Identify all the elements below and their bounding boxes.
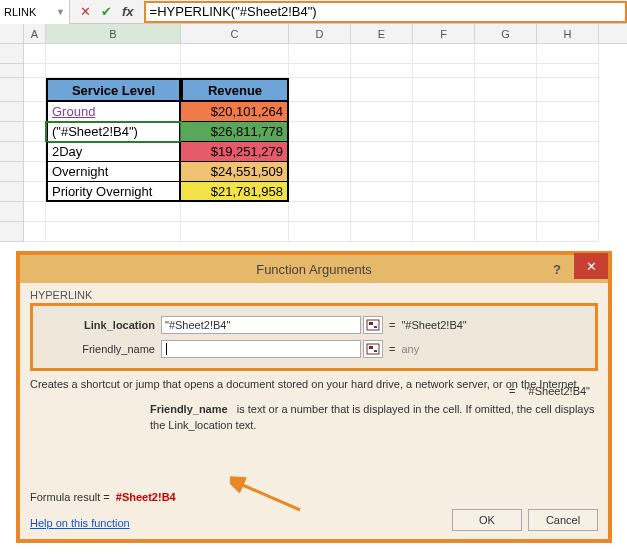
cell[interactable]	[24, 78, 46, 102]
hyperlink-text[interactable]: Ground	[52, 104, 95, 119]
cell[interactable]	[351, 122, 413, 142]
cell[interactable]	[537, 78, 599, 102]
dialog-help-button[interactable]: ?	[542, 256, 572, 282]
cell[interactable]	[475, 202, 537, 222]
help-link[interactable]: Help on this function	[30, 517, 130, 529]
select-all-corner[interactable]	[0, 24, 24, 43]
cell[interactable]	[351, 162, 413, 182]
enter-icon[interactable]: ✔	[101, 4, 112, 19]
ok-button[interactable]: OK	[452, 509, 522, 531]
row-header[interactable]	[0, 202, 24, 222]
cell[interactable]	[475, 142, 537, 162]
table-cell-service[interactable]: 2Day	[46, 142, 181, 162]
cell[interactable]	[24, 142, 46, 162]
cell[interactable]	[475, 44, 537, 64]
arg-input-link-location[interactable]: "#Sheet2!B4"	[161, 316, 361, 334]
cell[interactable]	[413, 162, 475, 182]
table-header-service[interactable]: Service Level	[46, 78, 181, 102]
cancel-button[interactable]: Cancel	[528, 509, 598, 531]
cell[interactable]	[537, 222, 599, 242]
table-header-revenue[interactable]: Revenue	[181, 78, 289, 102]
cell[interactable]	[289, 142, 351, 162]
table-cell-revenue[interactable]: $20,101,264	[181, 102, 289, 122]
dialog-close-button[interactable]: ✕	[574, 253, 608, 279]
cell[interactable]	[537, 44, 599, 64]
name-box[interactable]: RLINK ▼	[0, 0, 70, 24]
cell[interactable]	[475, 222, 537, 242]
table-cell-revenue[interactable]: $19,251,279	[181, 142, 289, 162]
col-header-f[interactable]: F	[413, 24, 475, 43]
table-cell-service[interactable]: Priority Overnight	[46, 182, 181, 202]
row-header[interactable]	[0, 162, 24, 182]
col-header-h[interactable]: H	[537, 24, 599, 43]
arg-input-friendly-name[interactable]	[161, 340, 361, 358]
cell[interactable]	[24, 182, 46, 202]
cell[interactable]	[537, 202, 599, 222]
cell[interactable]	[24, 122, 46, 142]
col-header-g[interactable]: G	[475, 24, 537, 43]
cell[interactable]	[289, 162, 351, 182]
name-box-dropdown-icon[interactable]: ▼	[56, 7, 65, 17]
cell[interactable]	[351, 64, 413, 78]
cell[interactable]	[351, 142, 413, 162]
cell[interactable]	[537, 182, 599, 202]
cell[interactable]	[413, 78, 475, 102]
table-cell-revenue[interactable]: $21,781,958	[181, 182, 289, 202]
cell[interactable]	[289, 102, 351, 122]
cell[interactable]	[46, 222, 181, 242]
cell[interactable]	[413, 64, 475, 78]
cell[interactable]	[413, 44, 475, 64]
cell[interactable]	[351, 222, 413, 242]
row-header[interactable]	[0, 122, 24, 142]
cell[interactable]	[475, 182, 537, 202]
table-cell-revenue[interactable]: $26,811,778	[181, 122, 289, 142]
cell[interactable]	[351, 44, 413, 64]
cell[interactable]	[413, 102, 475, 122]
cell[interactable]	[181, 44, 289, 64]
cell[interactable]	[413, 222, 475, 242]
row-header[interactable]	[0, 222, 24, 242]
cell[interactable]	[537, 142, 599, 162]
row-header[interactable]	[0, 64, 24, 78]
range-picker-icon[interactable]	[363, 316, 383, 334]
table-cell-service[interactable]: Overnight	[46, 162, 181, 182]
cell[interactable]	[413, 202, 475, 222]
col-header-c[interactable]: C	[181, 24, 289, 43]
col-header-d[interactable]: D	[289, 24, 351, 43]
cell[interactable]	[46, 202, 181, 222]
cell[interactable]	[475, 78, 537, 102]
cell[interactable]	[475, 162, 537, 182]
row-header[interactable]	[0, 142, 24, 162]
cell[interactable]	[289, 122, 351, 142]
row-header[interactable]	[0, 182, 24, 202]
row-header[interactable]	[0, 44, 24, 64]
cell[interactable]	[181, 64, 289, 78]
cell[interactable]	[46, 64, 181, 78]
cell[interactable]	[181, 222, 289, 242]
cancel-icon[interactable]: ✕	[80, 4, 91, 19]
cell[interactable]	[289, 78, 351, 102]
worksheet-grid[interactable]: Service Level Revenue Ground $20,101,264…	[0, 44, 627, 242]
cell[interactable]	[475, 102, 537, 122]
table-cell-service-active[interactable]: ("#Sheet2!B4")	[46, 122, 181, 142]
cell[interactable]	[289, 182, 351, 202]
range-picker-icon[interactable]	[363, 340, 383, 358]
cell[interactable]	[537, 64, 599, 78]
fx-icon[interactable]: fx	[122, 4, 134, 19]
cell[interactable]	[537, 102, 599, 122]
formula-input[interactable]: =HYPERLINK("#Sheet2!B4")	[144, 1, 627, 23]
cell[interactable]	[475, 122, 537, 142]
col-header-e[interactable]: E	[351, 24, 413, 43]
cell[interactable]	[537, 122, 599, 142]
cell[interactable]	[46, 44, 181, 64]
cell[interactable]	[413, 142, 475, 162]
cell[interactable]	[24, 162, 46, 182]
row-header[interactable]	[0, 102, 24, 122]
table-cell-service[interactable]: Ground	[46, 102, 181, 122]
row-header[interactable]	[0, 78, 24, 102]
cell[interactable]	[351, 202, 413, 222]
cell[interactable]	[24, 44, 46, 64]
dialog-titlebar[interactable]: Function Arguments ? ✕	[20, 255, 608, 283]
cell[interactable]	[289, 222, 351, 242]
col-header-b[interactable]: B	[46, 24, 181, 43]
